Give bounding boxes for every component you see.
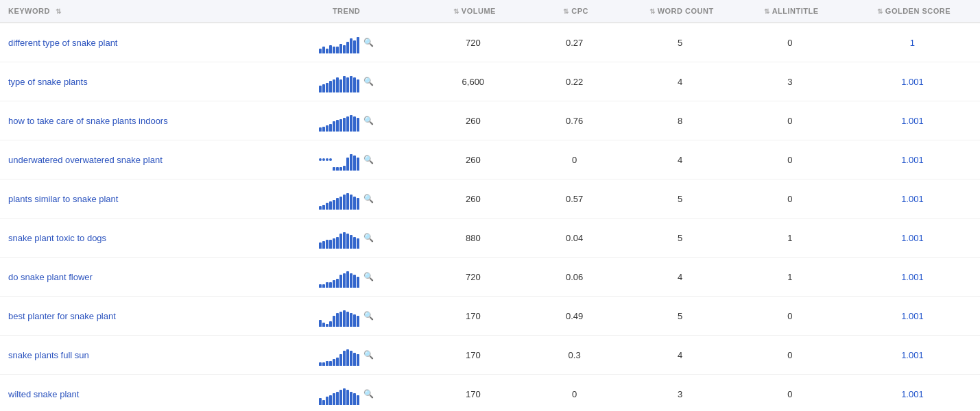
allintitle-cell: 1 — [735, 219, 845, 258]
table-header-row: KEYWORD ⇅ TREND ⇅ VOLUME ⇅ CPC ⇅ WORD CO… — [0, 0, 980, 23]
cpc-cell: 0.06 — [524, 258, 625, 297]
col-header-cpc[interactable]: ⇅ CPC — [524, 0, 625, 23]
volume-cell: 260 — [422, 101, 524, 140]
wc-sort-icon[interactable]: ⇅ — [649, 8, 656, 15]
trend-search-icon[interactable]: 🔍 — [363, 311, 374, 321]
col-header-trend[interactable]: TREND — [270, 0, 422, 23]
trend-cell: 🔍 — [270, 219, 422, 258]
cpc-cell: 0.04 — [524, 219, 625, 258]
volume-cell: 260 — [422, 140, 524, 179]
trend-cell: 🔍 — [270, 375, 422, 412]
table-row: underwatered overwatered snake plant🔍260… — [0, 140, 980, 179]
volume-cell: 880 — [422, 219, 524, 258]
keyword-cell[interactable]: best planter for snake plant — [0, 297, 270, 336]
word-count-cell: 3 — [625, 375, 735, 412]
volume-sort-icon[interactable]: ⇅ — [453, 8, 459, 15]
golden-score-cell: 1.001 — [845, 375, 980, 412]
trend-cell: 🔍 — [270, 336, 422, 375]
word-count-cell: 5 — [625, 219, 735, 258]
volume-cell: 260 — [422, 179, 524, 219]
word-count-cell: 5 — [625, 297, 735, 336]
allintitle-cell: 0 — [735, 23, 845, 62]
keyword-cell[interactable]: wilted snake plant — [0, 375, 270, 412]
golden-score-cell: 1.001 — [845, 179, 980, 219]
volume-cell: 170 — [422, 375, 524, 412]
allintitle-cell: 0 — [735, 297, 845, 336]
allintitle-cell: 0 — [735, 140, 845, 179]
trend-cell: 🔍 — [270, 258, 422, 297]
cpc-cell: 0.49 — [524, 297, 625, 336]
allintitle-cell: 1 — [735, 258, 845, 297]
col-header-allintitle[interactable]: ⇅ ALLINTITLE — [735, 0, 845, 23]
table-row: different type of snake plant🔍7200.27501 — [0, 23, 980, 62]
golden-score-cell: 1.001 — [845, 101, 980, 140]
table-row: do snake plant flower🔍7200.06411.001 — [0, 258, 980, 297]
cpc-cell: 0 — [524, 375, 625, 412]
allintitle-cell: 0 — [735, 179, 845, 219]
col-header-golden-score[interactable]: ⇅ GOLDEN SCORE — [845, 0, 980, 23]
table-row: type of snake plants🔍6,6000.22431.001 — [0, 62, 980, 101]
allintitle-sort-icon[interactable]: ⇅ — [764, 8, 770, 15]
keyword-cell[interactable]: different type of snake plant — [0, 23, 270, 62]
keyword-table: KEYWORD ⇅ TREND ⇅ VOLUME ⇅ CPC ⇅ WORD CO… — [0, 0, 980, 411]
word-count-cell: 4 — [625, 62, 735, 101]
keyword-cell[interactable]: snake plant toxic to dogs — [0, 219, 270, 258]
word-count-cell: 4 — [625, 140, 735, 179]
table-row: how to take care of snake plants indoors… — [0, 101, 980, 140]
golden-score-cell: 1.001 — [845, 258, 980, 297]
word-count-cell: 4 — [625, 258, 735, 297]
word-count-cell: 5 — [625, 23, 735, 62]
golden-score-cell: 1.001 — [845, 297, 980, 336]
col-header-keyword[interactable]: KEYWORD ⇅ — [0, 0, 270, 23]
trend-search-icon[interactable]: 🔍 — [363, 194, 374, 203]
golden-score-cell: 1.001 — [845, 140, 980, 179]
keyword-cell[interactable]: how to take care of snake plants indoors — [0, 101, 270, 140]
keyword-cell[interactable]: underwatered overwatered snake plant — [0, 140, 270, 179]
keyword-sort-icon[interactable]: ⇅ — [56, 8, 62, 15]
golden-sort-icon[interactable]: ⇅ — [877, 8, 883, 15]
trend-search-icon[interactable]: 🔍 — [363, 233, 374, 242]
trend-cell: 🔍 — [270, 23, 422, 62]
trend-search-icon[interactable]: 🔍 — [363, 155, 374, 164]
trend-cell: 🔍 — [270, 297, 422, 336]
trend-search-icon[interactable]: 🔍 — [363, 77, 374, 86]
table-row: snake plants full sun🔍1700.3401.001 — [0, 336, 980, 375]
col-header-volume[interactable]: ⇅ VOLUME — [422, 0, 524, 23]
keyword-cell[interactable]: type of snake plants — [0, 62, 270, 101]
word-count-cell: 4 — [625, 336, 735, 375]
volume-cell: 170 — [422, 297, 524, 336]
cpc-cell: 0.76 — [524, 101, 625, 140]
keyword-table-container: KEYWORD ⇅ TREND ⇅ VOLUME ⇅ CPC ⇅ WORD CO… — [0, 0, 980, 411]
table-row: best planter for snake plant🔍1700.49501.… — [0, 297, 980, 336]
keyword-cell[interactable]: do snake plant flower — [0, 258, 270, 297]
trend-search-icon[interactable]: 🔍 — [363, 38, 374, 47]
cpc-cell: 0.22 — [524, 62, 625, 101]
table-body: different type of snake plant🔍7200.27501… — [0, 23, 980, 411]
golden-score-cell: 1.001 — [845, 62, 980, 101]
trend-cell: 🔍 — [270, 179, 422, 219]
col-header-word-count[interactable]: ⇅ WORD COUNT — [625, 0, 735, 23]
allintitle-cell: 3 — [735, 62, 845, 101]
keyword-cell[interactable]: plants similar to snake plant — [0, 179, 270, 219]
cpc-sort-icon[interactable]: ⇅ — [563, 8, 569, 15]
trend-search-icon[interactable]: 🔍 — [363, 272, 374, 282]
golden-score-cell: 1.001 — [845, 336, 980, 375]
table-row: wilted snake plant🔍1700301.001 — [0, 375, 980, 412]
trend-cell: 🔍 — [270, 140, 422, 179]
word-count-cell: 8 — [625, 101, 735, 140]
word-count-cell: 5 — [625, 179, 735, 219]
volume-cell: 720 — [422, 23, 524, 62]
allintitle-cell: 0 — [735, 101, 845, 140]
table-row: snake plant toxic to dogs🔍8800.04511.001 — [0, 219, 980, 258]
golden-score-cell: 1 — [845, 23, 980, 62]
keyword-cell[interactable]: snake plants full sun — [0, 336, 270, 375]
trend-search-icon[interactable]: 🔍 — [363, 389, 374, 399]
cpc-cell: 0.57 — [524, 179, 625, 219]
trend-cell: 🔍 — [270, 101, 422, 140]
cpc-cell: 0 — [524, 140, 625, 179]
volume-cell: 170 — [422, 336, 524, 375]
cpc-cell: 0.3 — [524, 336, 625, 375]
trend-cell: 🔍 — [270, 62, 422, 101]
trend-search-icon[interactable]: 🔍 — [363, 116, 374, 125]
trend-search-icon[interactable]: 🔍 — [363, 350, 374, 360]
